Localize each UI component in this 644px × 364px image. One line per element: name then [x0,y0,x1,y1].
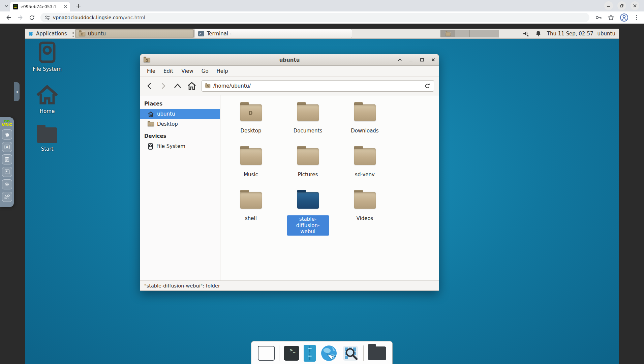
web-browser-launcher[interactable] [320,344,338,362]
applications-label: Applications [36,31,67,37]
window-titlebar[interactable]: ubuntu [140,54,439,66]
chevron-up-icon [398,58,402,62]
applications-menu-button[interactable]: Applications [25,29,70,38]
folder-icon [354,148,376,165]
panel-clock[interactable]: Thu 11 Sep, 02:57 [547,31,593,37]
desktop-icon-start[interactable]: Start [27,127,67,152]
sidebar-item-desktop[interactable]: :o: Desktop [140,119,220,129]
minimize-icon [607,4,611,8]
notification-bell-icon[interactable] [535,30,541,37]
workspace-4[interactable] [484,30,499,37]
bookmark-star-icon[interactable] [608,14,614,21]
app-finder-launcher[interactable] [342,345,359,362]
file-item-sd-venv[interactable]: sd-venv [336,148,393,192]
tab-search-button[interactable] [3,2,10,10]
reload-button[interactable] [28,13,36,22]
maximize-button[interactable] [420,58,424,62]
back-button[interactable] [5,13,13,22]
file-view: D Desktop Documents Downloads [220,95,439,280]
nav-back-button[interactable] [145,82,154,90]
settings-button[interactable] [2,179,12,189]
window-title: ubuntu [140,57,439,63]
address-bar[interactable]: vpna01clouddock.lingsie.com/vnc.html [40,13,589,22]
file-item-downloads[interactable]: Downloads [336,104,393,148]
desktop-icon-file-system[interactable]: File System [27,41,67,72]
task-button-ubuntu[interactable]: ubuntu [75,29,194,38]
directory-menu-button[interactable] [368,346,386,360]
restore-button[interactable] [617,1,626,10]
menu-bar: File Edit View Go Help [140,66,439,77]
reload-button[interactable] [424,83,430,89]
sidebar-item-label: File System [156,143,185,149]
applications-icon [28,31,34,36]
folder-icon [354,104,376,121]
extra-keys-button[interactable]: A [2,142,12,152]
nav-up-button[interactable] [173,82,182,90]
task-button-terminal[interactable]: >_ Terminal - [194,29,352,38]
desktop-icon-home[interactable]: Home [27,84,67,114]
menu-edit[interactable]: Edit [159,66,177,76]
file-manager-toolbar: /home/ubuntu/ [140,77,439,95]
close-window-button[interactable] [631,1,639,10]
home-icon [148,111,154,117]
folder-icon [37,127,57,143]
close-button[interactable] [431,58,435,62]
terminal-icon: >_ [198,31,204,36]
volume-muted-icon[interactable] [523,30,530,37]
panel-grip-handle[interactable] [71,30,74,37]
menu-go[interactable]: Go [197,66,213,76]
minimize-button[interactable] [604,1,613,10]
file-item-pictures[interactable]: Pictures [279,148,336,192]
profile-avatar-icon[interactable] [620,13,628,22]
minimize-button[interactable] [409,58,413,62]
nav-home-button[interactable] [187,82,196,90]
sidebar-item-ubuntu[interactable]: ubuntu [140,109,220,119]
password-key-icon[interactable] [595,14,602,21]
task-button-label: ubuntu [88,31,106,37]
panel-user-menu[interactable]: ubuntu [597,29,619,38]
workspace-2[interactable] [455,30,470,37]
devices-header: Devices [140,129,220,141]
workspace-1[interactable] [441,30,455,37]
task-button-label: Terminal - [207,31,232,37]
file-item-videos[interactable]: Videos [336,192,393,236]
menu-view[interactable]: View [177,66,197,76]
menu-kebab-icon[interactable] [634,14,639,21]
minimize-icon [409,58,413,62]
show-desktop-button[interactable] [258,346,275,361]
file-item-documents[interactable]: Documents [279,104,336,148]
path-bar[interactable]: /home/ubuntu/ [202,80,434,92]
browser-tab[interactable]: noVNC e095eb74e053:1 - noVNC [10,2,70,11]
file-manager-launcher[interactable] [304,345,316,362]
hand-icon [4,131,10,138]
fullscreen-button[interactable] [2,167,12,177]
forward-button[interactable] [16,13,24,22]
tab-close-button[interactable] [64,5,67,8]
browser-toolbar: vpna01clouddock.lingsie.com/vnc.html [0,11,644,24]
file-item-shell[interactable]: shell [222,192,279,236]
clipboard-icon [4,156,10,162]
drag-viewport-button[interactable] [2,129,12,140]
new-tab-button[interactable] [75,2,82,10]
svg-text:A: A [6,145,8,149]
nav-forward-button[interactable] [159,82,168,90]
novnc-handle[interactable]: ◀ [14,82,20,101]
terminal-launcher[interactable]: >_ [284,346,299,361]
sidebar-item-file-system[interactable]: File System [140,141,220,151]
file-item-stable-diffusion-webui[interactable]: stable-diffusion-webui [279,192,336,236]
folder-icon [205,84,210,88]
browser-window-controls [604,1,639,10]
file-item-desktop[interactable]: D Desktop [222,104,279,148]
clipboard-button[interactable] [2,154,12,164]
chevron-down-icon [4,4,8,8]
home-glyph-icon [207,85,209,87]
file-item-music[interactable]: Music [222,148,279,192]
vnc-desktop: Applications ubuntu >_ Terminal - [25,29,619,364]
places-header: Places [140,99,220,109]
workspace-3[interactable] [470,30,484,37]
disconnect-button[interactable] [2,192,12,202]
menu-help[interactable]: Help [213,66,232,76]
shade-button[interactable] [398,58,402,62]
home-icon [187,82,196,90]
menu-file[interactable]: File [143,66,159,76]
